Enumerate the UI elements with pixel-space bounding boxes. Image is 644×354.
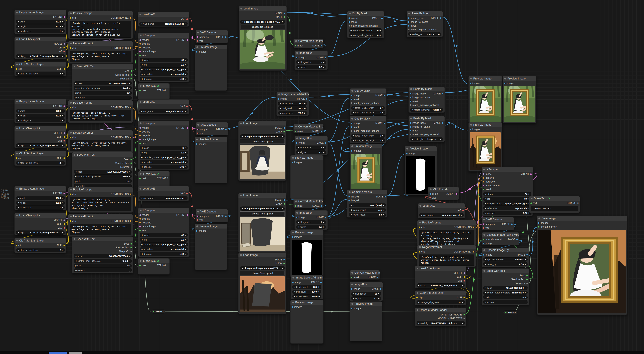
widget-prefix[interactable]: prefixout	[74, 179, 132, 183]
combo-left-arrow-icon[interactable]: ◀	[75, 175, 76, 177]
node-titlebar[interactable]: CLIP Set Last Layer	[14, 238, 66, 243]
output-port-dot[interactable]	[284, 259, 285, 261]
combo-right-arrow-icon[interactable]: ▶	[440, 109, 442, 111]
input-port[interactable]: negative	[139, 134, 151, 137]
input-port-dot[interactable]	[483, 243, 484, 244]
combo-left-arrow-icon[interactable]: ◀	[350, 204, 352, 206]
output-port[interactable]: IMAGE	[431, 17, 442, 19]
node-titlebar[interactable]: CLIP Set Last Layer	[14, 62, 66, 66]
node-titlebar[interactable]: CLIP Set Last Layer	[14, 151, 66, 156]
collapse-dot-icon[interactable]	[70, 132, 72, 134]
node-titlebar[interactable]: Preview Image	[468, 122, 502, 127]
output-port[interactable]: LATENT	[176, 214, 188, 216]
output-port-dot[interactable]	[130, 137, 132, 138]
combo-left-arrow-icon[interactable]: ◀	[18, 110, 19, 112]
collapse-dot-icon[interactable]	[292, 232, 294, 233]
output-port[interactable]: IMAGE	[433, 92, 443, 95]
combo-right-arrow-icon[interactable]: ▶	[319, 286, 320, 288]
input-port[interactable]: text	[139, 264, 146, 267]
node-titlebar[interactable]: Convert Mask to Image	[294, 199, 324, 203]
combo-left-arrow-icon[interactable]: ◀	[242, 21, 243, 23]
node-titlebar[interactable]: Load Image	[238, 121, 286, 125]
node-titlebar[interactable]: Preview Image	[195, 224, 227, 229]
combo-left-arrow-icon[interactable]: ◀	[298, 66, 299, 68]
output-port-dot[interactable]	[526, 279, 528, 280]
collapse-dot-icon[interactable]	[410, 117, 412, 119]
combo-left-arrow-icon[interactable]: ◀	[421, 214, 422, 216]
output-port[interactable]: CONDITIONING	[454, 250, 474, 253]
node-cut-by-mask-1[interactable]: Cut By MaskimageIMAGEmaskmask_mapping_op…	[347, 11, 384, 38]
node-titlebar[interactable]: PositivePrompt	[68, 100, 132, 105]
input-port-dot[interactable]	[351, 123, 352, 124]
output-port-dot[interactable]	[526, 275, 528, 276]
collapse-dot-icon[interactable]	[16, 128, 18, 129]
input-port[interactable]: images	[292, 161, 302, 164]
combo-right-arrow-icon[interactable]: ▶	[525, 259, 526, 261]
input-port-dot[interactable]	[351, 126, 352, 128]
output-port-dot[interactable]	[530, 173, 532, 175]
node-titlebar[interactable]: NegativePrompt	[68, 214, 132, 219]
wire-reroute-dot[interactable]	[191, 205, 193, 207]
combo-right-arrow-icon[interactable]: ▶	[62, 197, 63, 199]
node-titlebar[interactable]: Convert Mask to Image	[294, 39, 324, 43]
input-port[interactable]: clip	[419, 250, 425, 253]
combo-right-arrow-icon[interactable]: ▶	[323, 61, 324, 63]
widget-resize_behavior[interactable]: ◀resize_behaviorresize▶	[410, 108, 443, 112]
input-port-dot[interactable]	[348, 25, 350, 26]
widget-sigma[interactable]: ◀sigma0.5▶	[296, 225, 326, 229]
output-port[interactable]: IMAGE	[517, 253, 528, 256]
input-port[interactable]: image	[296, 56, 305, 59]
combo-left-arrow-icon[interactable]: ◀	[75, 82, 76, 84]
node-positive-prompt-4[interactable]: PositivePromptclipCONDITIONING((masterpi…	[417, 220, 476, 249]
combo-right-arrow-icon[interactable]: ▶	[185, 253, 186, 255]
input-port-dot[interactable]	[470, 82, 471, 84]
input-port[interactable]: images	[292, 306, 302, 309]
output-port-dot[interactable]	[526, 283, 528, 284]
node-titlebar[interactable]: Load Image	[239, 6, 286, 11]
input-port-dot[interactable]	[296, 57, 297, 58]
combo-right-arrow-icon[interactable]: ▶	[323, 226, 324, 228]
combo-right-arrow-icon[interactable]: ▶	[62, 119, 63, 121]
widget-blur_radius[interactable]: ◀blur_radius2▶	[296, 220, 326, 224]
input-port[interactable]: image	[351, 288, 360, 290]
output-port[interactable]: IMAGE	[374, 122, 385, 125]
widget-blur_radius[interactable]: ◀blur_radius15▶	[351, 292, 381, 296]
output-port-dot[interactable]	[130, 78, 132, 79]
input-port-dot[interactable]	[483, 177, 484, 179]
node-empty-latent-3[interactable]: Empty Latent ImageLATENT◀width1024▶◀heig…	[14, 186, 66, 210]
combo-left-arrow-icon[interactable]: ◀	[141, 73, 142, 75]
input-port[interactable]: model	[139, 39, 149, 41]
output-port-dot[interactable]	[225, 216, 226, 217]
output-port[interactable]: IMAGE	[312, 44, 322, 47]
combo-right-arrow-icon[interactable]: ▶	[62, 115, 63, 117]
input-port[interactable]: mask	[295, 130, 303, 133]
collapse-dot-icon[interactable]	[295, 126, 297, 127]
node-titlebar[interactable]: Preview Image	[290, 155, 324, 160]
output-port[interactable]: IMAGE	[376, 195, 386, 198]
node-load-vae-3[interactable]: Load VAEVAE◀vae_nameorangemix.vae.pt▶	[138, 186, 189, 201]
input-port[interactable]: images	[538, 222, 548, 224]
widget-sampler_name[interactable]: ◀sampler_namedpmpp_3m_sde_gpu▶	[140, 242, 188, 247]
input-port-dot[interactable]	[296, 142, 297, 144]
combo-right-arrow-icon[interactable]: ▶	[185, 234, 186, 236]
widget-sigma[interactable]: ◀sigma1.0▶	[296, 150, 326, 154]
output-port-dot[interactable]	[64, 51, 65, 52]
node-titlebar[interactable]: Seed With Text	[72, 152, 133, 157]
wire-reroute-dot[interactable]	[252, 112, 253, 114]
collapse-dot-icon[interactable]	[140, 34, 142, 36]
combo-left-arrow-icon[interactable]: ◀	[298, 61, 299, 63]
widget-ckpt_name[interactable]: ◀ckpt_nameAOM3A1B_orangemixs.safetensors…	[16, 231, 65, 235]
collapse-dot-icon[interactable]	[16, 101, 18, 102]
widget-image[interactable]: ◀clipspace/clipspace-mask-57734.5.png [i…	[240, 20, 285, 24]
input-port[interactable]: image1	[348, 195, 359, 198]
combo-left-arrow-icon[interactable]: ◀	[485, 203, 486, 205]
output-port[interactable]: Seed as Text	[115, 162, 132, 165]
input-port-dot[interactable]	[139, 218, 141, 220]
combo-left-arrow-icon[interactable]: ◀	[485, 263, 486, 265]
wire-reroute-dot[interactable]	[473, 279, 475, 281]
output-port-dot[interactable]	[130, 47, 132, 49]
input-port-dot[interactable]	[351, 99, 352, 100]
node-titlebar[interactable]: Preview Image	[405, 146, 437, 151]
combo-right-arrow-icon[interactable]: ▶	[185, 78, 186, 80]
input-port-dot[interactable]	[139, 54, 141, 56]
